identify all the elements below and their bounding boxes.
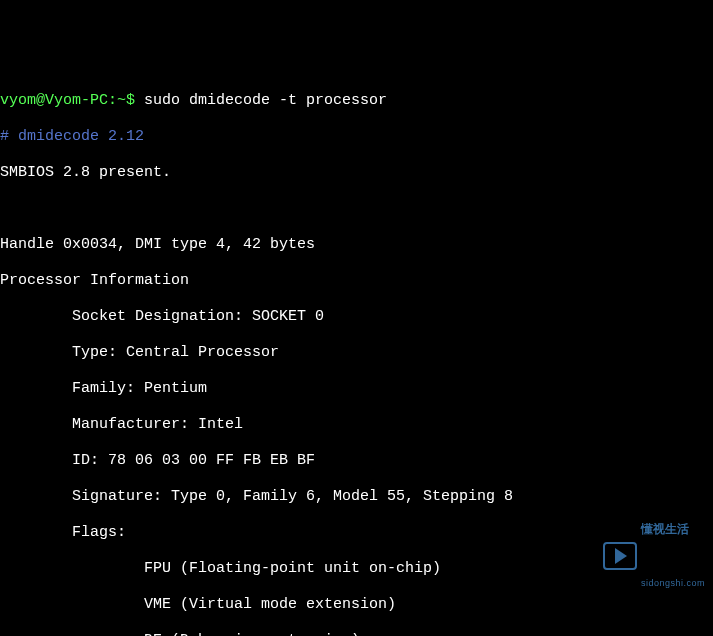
shell-path: :~$	[108, 92, 144, 109]
id-field: ID: 78 06 03 00 FF FB EB BF	[0, 452, 713, 470]
prompt-line: vyom@Vyom-PC:~$ sudo dmidecode -t proces…	[0, 92, 713, 110]
section-title: Processor Information	[0, 272, 713, 290]
shell-command: sudo dmidecode -t processor	[144, 92, 387, 109]
watermark-sub: sidongshi.com	[641, 574, 705, 592]
flag-item: DE (Debugging extension)	[0, 632, 713, 636]
smbios-line: SMBIOS 2.8 present.	[0, 164, 713, 182]
type-field: Type: Central Processor	[0, 344, 713, 362]
shell-prompt: vyom@Vyom-PC	[0, 92, 108, 109]
handle-line: Handle 0x0034, DMI type 4, 42 bytes	[0, 236, 713, 254]
family-field: Family: Pentium	[0, 380, 713, 398]
dmidecode-version: # dmidecode 2.12	[0, 128, 713, 146]
blank-line	[0, 200, 713, 218]
play-icon	[603, 542, 637, 570]
manufacturer-field: Manufacturer: Intel	[0, 416, 713, 434]
watermark-text: 懂视生活	[641, 520, 705, 538]
watermark-logo: 懂视生活 sidongshi.com	[603, 484, 705, 628]
socket-field: Socket Designation: SOCKET 0	[0, 308, 713, 326]
